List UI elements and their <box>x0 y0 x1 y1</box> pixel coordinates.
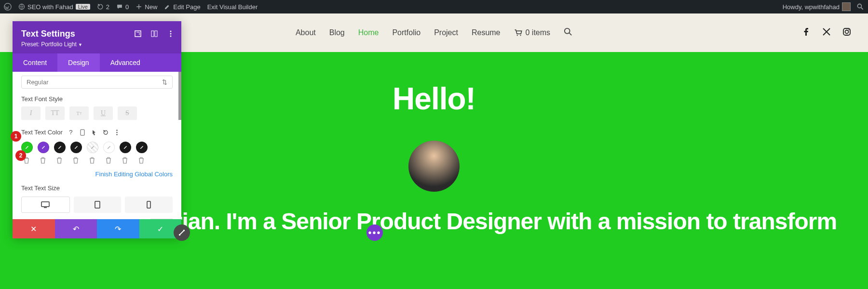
color-swatch-4[interactable] <box>87 142 98 153</box>
tab-design[interactable]: Design <box>57 53 100 72</box>
svg-rect-21 <box>147 201 150 208</box>
annotation-marker-2: 2 <box>15 150 26 161</box>
annotation-marker-1: 1 <box>11 131 21 142</box>
undo-button[interactable]: ↶ <box>55 219 97 238</box>
nav-about[interactable]: About <box>296 28 316 37</box>
smallcaps-button[interactable]: TT <box>69 106 89 120</box>
nav-home[interactable]: Home <box>358 28 379 37</box>
device-tablet[interactable] <box>74 197 122 213</box>
tablet-icon[interactable] <box>79 129 86 136</box>
svg-rect-9 <box>135 31 141 37</box>
svg-point-17 <box>116 131 118 133</box>
reset-icon[interactable] <box>102 129 109 136</box>
site-name[interactable]: SEO with Fahad Live <box>18 3 90 11</box>
svg-point-16 <box>116 130 118 131</box>
color-more-icon[interactable] <box>114 129 121 136</box>
nav-blog[interactable]: Blog <box>329 28 345 37</box>
help-icon[interactable]: ? <box>68 129 74 136</box>
svg-point-4 <box>520 35 521 36</box>
wp-logo-icon[interactable] <box>4 3 12 11</box>
trash-icon[interactable] <box>56 157 63 164</box>
svg-point-2 <box>857 4 861 8</box>
svg-point-5 <box>565 28 570 34</box>
text-size-value[interactable]: 16px <box>150 219 173 219</box>
svg-point-18 <box>116 134 118 135</box>
cancel-button[interactable]: ✕ <box>13 219 55 238</box>
new-content[interactable]: New <box>136 3 157 11</box>
color-swatch-7[interactable] <box>136 142 148 153</box>
exit-visual-builder[interactable]: Exit Visual Builder <box>207 3 258 11</box>
tab-content[interactable]: Content <box>13 53 57 72</box>
trash-icon[interactable] <box>106 157 112 164</box>
color-swatch-2[interactable] <box>54 142 66 153</box>
svg-rect-20 <box>95 201 100 208</box>
tab-advanced[interactable]: Advanced <box>100 53 151 72</box>
drag-handle-icon[interactable] <box>174 224 190 241</box>
nav-search-icon[interactable] <box>564 27 572 38</box>
text-settings-panel: Text Settings Preset: Portfolio Light ▼ … <box>13 21 181 238</box>
edit-page[interactable]: Edit Page <box>164 3 200 11</box>
device-desktop[interactable] <box>21 197 70 213</box>
nav-resume[interactable]: Resume <box>472 28 501 37</box>
revisions[interactable]: 2 <box>97 3 109 11</box>
wp-admin-bar: SEO with Fahad Live 2 0 New Edit Page Ex… <box>0 0 868 13</box>
color-swatches <box>21 142 173 164</box>
trash-icon[interactable] <box>73 157 80 164</box>
color-swatch-5[interactable] <box>103 142 115 153</box>
howdy-user[interactable]: Howdy, wpwithfahad <box>783 2 851 11</box>
instagram-icon[interactable] <box>843 28 851 38</box>
trash-icon[interactable] <box>40 157 47 164</box>
svg-rect-19 <box>41 202 49 207</box>
hero-avatar <box>408 141 460 192</box>
hero-hello: Hello! <box>393 81 475 117</box>
device-phone[interactable] <box>125 197 173 213</box>
search-icon[interactable] <box>856 3 864 11</box>
more-icon[interactable] <box>167 30 175 38</box>
strikethrough-button[interactable]: S <box>118 106 137 120</box>
svg-point-3 <box>516 35 517 36</box>
trash-icon[interactable] <box>138 157 145 164</box>
underline-button[interactable]: U <box>94 106 113 120</box>
redo-button[interactable]: ↷ <box>97 219 139 238</box>
cart-link[interactable]: 0 items <box>514 28 551 37</box>
panel-tabs: Content Design Advanced <box>13 53 181 72</box>
color-swatch-3[interactable] <box>70 142 82 153</box>
color-swatch-1[interactable] <box>38 142 49 153</box>
nav-project[interactable]: Project <box>434 28 458 37</box>
svg-point-12 <box>170 31 172 32</box>
label-font-style: Text Font Style <box>21 95 173 103</box>
svg-point-8 <box>848 29 849 30</box>
cart-icon <box>514 29 523 37</box>
svg-point-7 <box>845 30 849 33</box>
svg-rect-15 <box>81 130 84 135</box>
grid-icon[interactable] <box>150 30 158 38</box>
facebook-icon[interactable] <box>802 28 810 38</box>
panel-preset[interactable]: Preset: Portfolio Light ▼ <box>21 41 173 48</box>
label-text-color: Text Text Color <box>21 129 63 136</box>
expand-icon[interactable] <box>134 30 142 38</box>
module-options-icon[interactable]: ••• <box>366 224 383 241</box>
user-avatar-icon <box>842 2 851 11</box>
svg-point-14 <box>170 36 172 37</box>
trash-icon[interactable] <box>122 157 129 164</box>
svg-rect-10 <box>151 31 154 37</box>
svg-point-13 <box>170 33 172 35</box>
nav-portfolio[interactable]: Portfolio <box>392 28 420 37</box>
panel-header: Text Settings Preset: Portfolio Light ▼ <box>13 21 181 53</box>
font-weight-select[interactable]: Regular ⇅ <box>21 76 173 89</box>
panel-footer: ✕ ↶ ↷ ✓ <box>13 219 181 238</box>
svg-rect-11 <box>155 31 157 37</box>
italic-button[interactable]: I <box>21 106 41 120</box>
finish-editing-global-colors[interactable]: Finish Editing Global Colors <box>21 171 173 178</box>
label-text-size: Text Text Size <box>21 184 173 192</box>
select-caret-icon: ⇅ <box>162 79 167 86</box>
comments[interactable]: 0 <box>116 3 129 11</box>
x-twitter-icon[interactable] <box>823 28 830 38</box>
trash-icon[interactable] <box>89 157 96 164</box>
uppercase-button[interactable]: TT <box>45 106 65 120</box>
color-swatch-6[interactable] <box>120 142 131 153</box>
hover-icon[interactable] <box>91 129 97 136</box>
